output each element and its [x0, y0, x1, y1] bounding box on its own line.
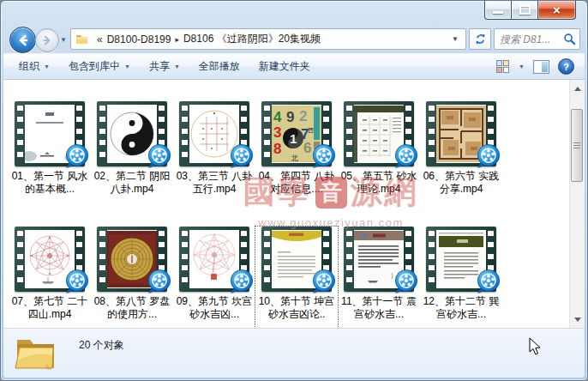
svg-text:9: 9 — [286, 109, 294, 125]
item-count-label: 20 个对象 — [79, 338, 124, 353]
breadcrumb-item-parent[interactable]: D8100-D8199 — [107, 33, 171, 45]
change-view-icon[interactable] — [496, 60, 510, 74]
scroll-down-icon — [574, 318, 581, 322]
refresh-button[interactable] — [469, 28, 491, 50]
file-name-label: 12、第十二节 巽宫砂水吉... — [422, 295, 501, 321]
file-name-label: 03、第三节 八卦五行.mp4 — [175, 170, 254, 196]
video-thumbnail[interactable] — [97, 101, 167, 166]
file-name-label: 04、第四节 八卦对应信息.... — [257, 170, 336, 196]
media-player-overlay-icon — [229, 269, 255, 294]
file-item[interactable]: 49237861北西04、第四节 八卦对应信息.... — [255, 101, 338, 220]
help-icon[interactable]: ? — [558, 58, 574, 75]
scroll-up-button[interactable] — [570, 82, 585, 96]
media-player-overlay-icon — [147, 269, 172, 294]
refresh-icon — [474, 33, 487, 45]
toolbar-share-label: 共享 — [149, 59, 170, 74]
forward-arrow-icon — [41, 34, 53, 46]
media-player-overlay-icon — [229, 143, 255, 169]
file-item[interactable]: 09、第九节 坎宫砂水吉凶... — [173, 227, 255, 329]
video-thumbnail[interactable] — [426, 227, 496, 292]
address-dropdown-icon[interactable]: ▼ — [449, 35, 461, 43]
file-list-area: 01、第一节 风水的基本概...02、第二节 阴阳八卦.mp403、第三节 八卦… — [3, 80, 585, 329]
media-player-overlay-icon — [393, 143, 419, 169]
file-item[interactable]: 11、第十一节 震宫砂水吉... — [338, 227, 420, 329]
folder-icon — [75, 33, 88, 45]
folder-large-icon — [14, 333, 58, 372]
back-arrow-icon — [16, 33, 30, 47]
navigation-bar: ▼ « D8100-D8199 ▸ D8106 《过路阴阳》20集视频 ▼ — [3, 26, 585, 53]
video-thumbnail[interactable] — [15, 227, 85, 292]
file-name-label: 10、第十节 坤宫砂水吉凶论.. — [257, 295, 336, 321]
breadcrumb-separator-icon[interactable]: ▸ — [175, 35, 179, 44]
file-item[interactable]: 08、第八节 罗盘的使用方... — [91, 227, 173, 329]
chevron-down-icon: ▼ — [124, 64, 130, 70]
maximize-button[interactable] — [512, 1, 538, 20]
file-item[interactable]: 07、第七节 二十四山.mp4 — [9, 227, 91, 329]
forward-button[interactable] — [35, 28, 59, 52]
scrollbar-thumb[interactable] — [571, 109, 583, 182]
file-name-label: 11、第十一节 震宫砂水吉... — [339, 295, 418, 321]
toolbar-share[interactable]: 共享 ▼ — [141, 56, 188, 77]
views-dropdown-icon[interactable]: ▼ — [519, 64, 525, 70]
close-button[interactable]: × — [538, 1, 576, 20]
video-thumbnail[interactable] — [97, 227, 167, 292]
file-item[interactable]: 06、第六节 实践分享.mp4 — [420, 101, 502, 220]
breadcrumb-overflow-chevron[interactable]: « — [97, 33, 103, 45]
chevron-down-icon: ▼ — [44, 64, 50, 70]
file-name-label: 02、第二节 阴阳八卦.mp4 — [93, 170, 171, 196]
toolbar-play-all-label: 全部播放 — [199, 59, 240, 74]
scroll-up-icon — [574, 87, 581, 91]
minimize-icon — [493, 11, 503, 14]
scrollbar-grip — [573, 142, 580, 149]
close-icon: × — [553, 3, 561, 16]
file-item[interactable]: 01、第一节 风水的基本概... — [9, 101, 91, 220]
back-button[interactable] — [9, 27, 36, 53]
video-thumbnail[interactable]: 49237861北西 — [261, 101, 332, 166]
video-thumbnail[interactable] — [426, 101, 496, 166]
command-toolbar: 组织 ▼ 包含到库中 ▼ 共享 ▼ 全部播放 新建文件夹 ▼ ? — [3, 53, 585, 80]
video-thumbnail[interactable] — [15, 101, 85, 166]
svg-text:西: 西 — [308, 127, 314, 134]
toolbar-organize[interactable]: 组织 ▼ — [11, 56, 57, 77]
toolbar-new-folder[interactable]: 新建文件夹 — [251, 56, 318, 77]
address-bar[interactable]: « D8100-D8199 ▸ D8106 《过路阴阳》20集视频 ▼ — [70, 28, 466, 50]
media-player-overlay-icon — [64, 143, 90, 169]
file-name-label: 01、第一节 风水的基本概... — [10, 170, 89, 196]
media-player-overlay-icon — [147, 143, 172, 169]
toolbar-play-all[interactable]: 全部播放 — [191, 56, 248, 77]
toolbar-include-in-library[interactable]: 包含到库中 ▼ — [61, 56, 138, 77]
video-thumbnail[interactable] — [179, 227, 249, 292]
minimize-button[interactable] — [484, 1, 512, 20]
search-icon[interactable] — [563, 33, 576, 45]
recent-pages-dropdown[interactable]: ▼ — [60, 36, 67, 44]
file-item[interactable]: 03、第三节 八卦五行.mp4 — [173, 101, 255, 220]
video-thumbnail[interactable] — [179, 101, 249, 166]
vertical-scrollbar[interactable] — [569, 80, 585, 329]
video-thumbnail[interactable] — [344, 227, 414, 292]
svg-text:1: 1 — [290, 131, 297, 146]
search-box[interactable] — [494, 28, 580, 50]
preview-pane-icon[interactable] — [533, 60, 549, 74]
media-player-overlay-icon — [393, 269, 419, 294]
file-item[interactable]: 12、第十二节 巽宫砂水吉... — [420, 227, 502, 329]
file-name-label: 09、第九节 坎宫砂水吉凶... — [175, 295, 254, 321]
svg-text:北: 北 — [291, 154, 298, 162]
toolbar-organize-label: 组织 — [19, 59, 39, 74]
video-thumbnail[interactable] — [261, 227, 332, 292]
scroll-down-button[interactable] — [570, 312, 585, 327]
media-player-overlay-icon — [311, 269, 337, 294]
status-bar: 20 个对象 — [3, 328, 585, 378]
svg-text:3: 3 — [273, 124, 281, 141]
video-thumbnail[interactable] — [344, 101, 414, 166]
file-item[interactable]: 05、第五节 砂水理论.mp4 — [338, 101, 420, 220]
file-item[interactable]: 10、第十节 坤宫砂水吉凶论.. — [255, 227, 338, 329]
breadcrumb-item-current[interactable]: D8106 《过路阴阳》20集视频 — [183, 32, 321, 46]
svg-text:8: 8 — [273, 141, 281, 157]
file-name-label: 06、第六节 实践分享.mp4 — [422, 170, 501, 196]
file-name-label: 05、第五节 砂水理论.mp4 — [339, 170, 418, 196]
file-item[interactable]: 02、第二节 阴阳八卦.mp4 — [91, 101, 173, 220]
svg-text:4: 4 — [273, 109, 282, 125]
search-input[interactable] — [498, 33, 563, 46]
media-player-overlay-icon — [64, 269, 90, 294]
caption-button-group: × — [484, 1, 576, 19]
